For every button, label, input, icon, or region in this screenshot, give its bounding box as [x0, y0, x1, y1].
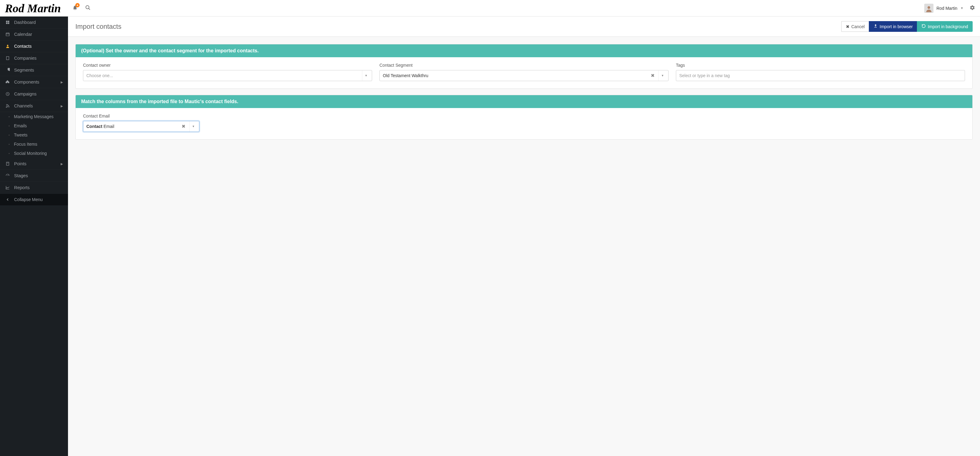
contact-segment-select[interactable]: Old Testament Walkthru ✖ ▼: [379, 70, 668, 81]
svg-rect-6: [8, 23, 10, 24]
button-label: Import in background: [928, 24, 968, 29]
page-header: Import contacts ✖ Cancel Import in brows…: [68, 16, 980, 37]
sidebar-item-contacts[interactable]: Contacts: [0, 40, 68, 52]
sidebar-sub-emails[interactable]: Emails: [0, 121, 68, 130]
nav-label: Reports: [14, 185, 63, 190]
sub-label: Emails: [14, 123, 27, 128]
caret-right-icon: ▶: [60, 81, 63, 84]
nav-label: Points: [14, 161, 60, 166]
column-match-panel: Match the columns from the imported file…: [75, 95, 973, 140]
calendar-icon: [5, 32, 10, 37]
topbar-icons: [72, 5, 91, 11]
svg-rect-4: [8, 21, 10, 22]
sub-label: Marketing Messages: [14, 114, 54, 119]
notifications-button[interactable]: [72, 5, 78, 11]
sidebar-sub-focus-items[interactable]: Focus Items: [0, 140, 68, 149]
nav-label: Collapse Menu: [14, 197, 63, 202]
nav-label: Dashboard: [14, 20, 63, 25]
svg-rect-3: [6, 21, 8, 22]
sidebar-item-components[interactable]: Components ▶: [0, 76, 68, 88]
import-background-button[interactable]: Import in background: [917, 21, 973, 32]
field-label: Contact owner: [83, 63, 372, 68]
nav-label: Campaigns: [14, 92, 63, 96]
tags-input-wrap[interactable]: [676, 70, 965, 81]
rss-icon: [5, 104, 10, 108]
user-icon: [5, 44, 10, 48]
settings-button[interactable]: [970, 5, 975, 11]
clear-icon[interactable]: ✖: [180, 124, 187, 129]
upload-icon: [873, 24, 878, 29]
field-label: Tags: [676, 63, 965, 68]
svg-rect-17: [6, 162, 9, 165]
sub-label: Focus Items: [14, 142, 37, 146]
pie-chart-icon: [5, 68, 10, 72]
caret-right-icon: ▶: [60, 162, 63, 165]
chevron-down-icon: ▼: [659, 70, 665, 81]
nav-label: Channels: [14, 103, 60, 108]
sub-label: Social Monitoring: [14, 151, 47, 156]
cancel-button[interactable]: ✖ Cancel: [841, 21, 869, 32]
sidebar: Dashboard Calendar Contacts Companies Se…: [0, 16, 68, 456]
collapse-menu-button[interactable]: Collapse Menu: [0, 194, 68, 205]
tags-field: Tags: [676, 63, 965, 81]
button-label: Cancel: [851, 24, 865, 29]
sidebar-item-channels[interactable]: Channels ▶: [0, 100, 68, 112]
sidebar-item-reports[interactable]: Reports: [0, 182, 68, 194]
caret-down-icon: ▼: [960, 6, 964, 10]
sidebar-sub-social-monitoring[interactable]: Social Monitoring: [0, 149, 68, 158]
avatar: [924, 4, 934, 13]
caret-right-icon: ▶: [60, 104, 63, 108]
chevron-down-icon: ▼: [189, 121, 196, 132]
puzzle-icon: [5, 80, 10, 84]
sidebar-item-campaigns[interactable]: Campaigns: [0, 88, 68, 100]
sidebar-item-companies[interactable]: Companies: [0, 52, 68, 64]
sub-label: Tweets: [14, 132, 27, 137]
select-value: Contact Email: [86, 124, 180, 129]
import-browser-button[interactable]: Import in browser: [869, 21, 917, 32]
panel-heading: Match the columns from the imported file…: [76, 95, 972, 108]
sidebar-item-segments[interactable]: Segments: [0, 64, 68, 76]
button-label: Import in browser: [880, 24, 913, 29]
contact-owner-select[interactable]: Choose one... ▼: [83, 70, 372, 81]
svg-rect-5: [6, 23, 8, 24]
content-area: (Optional) Set the owner and the contact…: [68, 37, 980, 153]
svg-point-0: [86, 5, 89, 9]
svg-point-16: [6, 107, 7, 107]
panel-body: Contact owner Choose one... ▼ Contact Se…: [76, 57, 972, 89]
contact-email-select[interactable]: Contact Email ✖ ▼: [83, 121, 199, 132]
sidebar-item-calendar[interactable]: Calendar: [0, 29, 68, 40]
tachometer-icon: [5, 173, 10, 178]
user-name: Rod Martin: [937, 6, 957, 11]
sidebar-sub-tweets[interactable]: Tweets: [0, 130, 68, 140]
contact-owner-field: Contact owner Choose one... ▼: [83, 63, 372, 81]
main-content: Import contacts ✖ Cancel Import in brows…: [68, 16, 980, 456]
nav-label: Stages: [14, 173, 63, 178]
svg-point-11: [7, 44, 9, 46]
sidebar-sub-marketing-messages[interactable]: Marketing Messages: [0, 112, 68, 121]
topbar-right: Rod Martin ▼: [924, 4, 975, 13]
select-placeholder: Choose one...: [86, 73, 361, 78]
contact-segment-field: Contact Segment Old Testament Walkthru ✖…: [379, 63, 668, 81]
line-chart-icon: [5, 186, 10, 190]
page-actions: ✖ Cancel Import in browser Import in bac…: [841, 21, 973, 32]
brand-logo[interactable]: Rod Martin: [5, 2, 66, 15]
select-value: Old Testament Walkthru: [383, 73, 649, 78]
nav-label: Companies: [14, 56, 63, 60]
nav-label: Components: [14, 79, 60, 84]
sidebar-item-points[interactable]: Points ▶: [0, 158, 68, 170]
history-icon: [921, 24, 926, 29]
clear-icon[interactable]: ✖: [649, 73, 656, 78]
svg-point-2: [928, 6, 930, 9]
sidebar-item-stages[interactable]: Stages: [0, 170, 68, 182]
field-label: Contact Segment: [379, 63, 668, 68]
user-menu[interactable]: Rod Martin ▼: [924, 4, 964, 13]
nav-label: Calendar: [14, 32, 63, 37]
notification-badge-icon: [75, 3, 80, 7]
nav-label: Segments: [14, 68, 63, 73]
search-button[interactable]: [85, 5, 91, 11]
svg-line-19: [8, 175, 8, 176]
calculator-icon: [5, 162, 10, 166]
svg-rect-12: [6, 57, 9, 60]
sidebar-item-dashboard[interactable]: Dashboard: [0, 16, 68, 29]
tags-input[interactable]: [679, 73, 962, 78]
